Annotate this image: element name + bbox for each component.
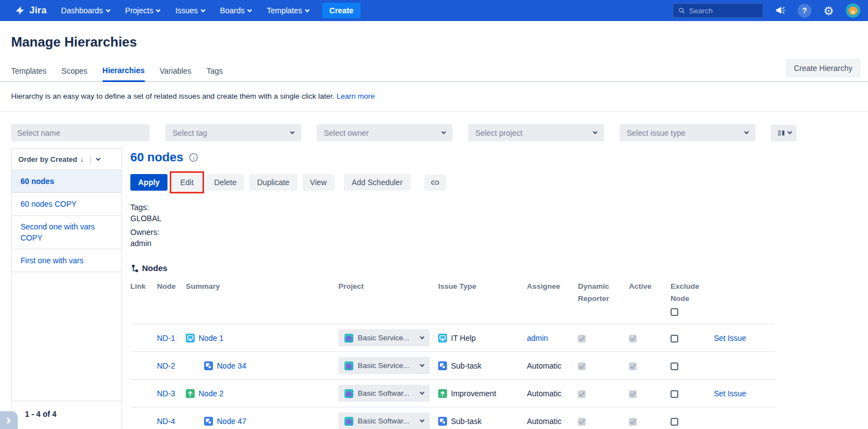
search-icon: [678, 7, 685, 14]
nav-menu-boards[interactable]: Boards: [220, 6, 251, 15]
tab-variables[interactable]: Variables: [160, 67, 191, 81]
tags-label: Tags:: [130, 202, 857, 213]
node-key-link[interactable]: ND-2: [157, 361, 175, 370]
chevron-down-icon: [420, 390, 424, 395]
cell-dynamic-reporter: [578, 324, 629, 352]
cell-project: Basic Softwar...: [338, 407, 438, 429]
tab-scopes[interactable]: Scopes: [62, 67, 88, 81]
project-dropdown[interactable]: Basic Service...: [338, 329, 430, 346]
chevron-down-icon: [305, 7, 309, 12]
project-name: Basic Service...: [358, 361, 416, 370]
sidebar-item[interactable]: First one with vars: [12, 249, 121, 272]
exclude-node-checkbox[interactable]: [671, 390, 678, 398]
search-input[interactable]: [689, 7, 758, 15]
set-issue-link[interactable]: Set Issue: [714, 389, 746, 398]
cell-project: Basic Softwar...: [338, 380, 438, 407]
copy-link-button[interactable]: [424, 175, 446, 191]
chevron-down-icon[interactable]: [96, 156, 100, 160]
select-owner-dropdown[interactable]: Select owner: [317, 124, 453, 141]
assignee-text: Automatic: [527, 361, 561, 370]
help-icon[interactable]: ?: [798, 4, 811, 18]
col-header-label: Link: [130, 280, 153, 293]
node-key-link[interactable]: ND-4: [157, 417, 175, 426]
tab-tags[interactable]: Tags: [206, 67, 223, 81]
node-summary-link[interactable]: Node 2: [199, 389, 224, 398]
exclude-node-checkbox[interactable]: [671, 418, 678, 426]
edit-button[interactable]: Edit: [172, 174, 201, 191]
hierarchy-list-panel: Order by Created ↓ 60 nodes60 nodes COPY…: [11, 148, 122, 401]
node-summary-link[interactable]: Node 34: [217, 361, 246, 370]
nav-menu-templates[interactable]: Templates: [267, 6, 309, 15]
order-by-label: Order by Created: [18, 155, 77, 164]
dropdown-placeholder: Select tag: [172, 129, 207, 137]
owners-label: Owners:: [130, 227, 857, 238]
improvement-icon: [438, 389, 447, 398]
hierarchy-meta: Tags: GLOBAL Owners: admin: [130, 202, 857, 249]
select-project-dropdown[interactable]: Select project: [468, 124, 604, 141]
nav-menu-label: Projects: [125, 6, 154, 15]
nav-menu-dashboards[interactable]: Dashboards: [61, 6, 110, 15]
megaphone-icon[interactable]: [774, 4, 786, 17]
cell-link: [130, 407, 157, 429]
exclude-node-checkbox[interactable]: [671, 335, 678, 343]
pagination-text: 1 - 4 of 4: [25, 410, 57, 418]
tags-value: GLOBAL: [130, 213, 857, 224]
add-scheduler-button[interactable]: Add Scheduler: [344, 174, 410, 191]
assignee-link[interactable]: admin: [527, 334, 548, 343]
col-header-dynamic_reporter: Dynamic Reporter: [578, 278, 629, 324]
cell-active: [629, 324, 671, 352]
col-header-link: Link: [130, 278, 157, 324]
select-issue-type-dropdown[interactable]: Select issue type: [620, 124, 755, 141]
global-search[interactable]: [673, 3, 763, 18]
select-name-input[interactable]: [11, 124, 150, 141]
view-button[interactable]: View: [302, 174, 334, 191]
page-title: Manage Hierarchies: [11, 34, 868, 50]
pagination: 1 - 4 of 4: [11, 401, 122, 429]
nav-menu-projects[interactable]: Projects: [125, 6, 160, 15]
chevron-down-icon: [420, 335, 424, 339]
node-summary-link[interactable]: Node 47: [217, 417, 246, 426]
tab-templates[interactable]: Templates: [11, 67, 47, 81]
issue-type-label: Improvement: [451, 389, 496, 398]
it-help-icon: [186, 334, 195, 343]
node-key-link[interactable]: ND-3: [157, 389, 175, 398]
tab-hierarchies[interactable]: Hierarchies: [103, 66, 145, 82]
set-issue-link[interactable]: Set Issue: [714, 334, 746, 343]
cell-summary: Node 34: [186, 352, 338, 380]
project-dropdown[interactable]: Basic Service...: [338, 357, 430, 374]
active-checkbox: [629, 418, 637, 426]
sidebar-item[interactable]: Second one with vars COPY: [12, 216, 121, 249]
expand-panel-handle[interactable]: [0, 411, 18, 429]
description-row: Hierarchy is an easy way to define a set…: [0, 82, 868, 112]
node-summary-link[interactable]: Node 1: [199, 334, 224, 343]
create-button[interactable]: Create: [322, 3, 361, 18]
table-header-row: LinkNodeSummaryProjectIssue TypeAssignee…: [130, 278, 775, 324]
view-toggle-button[interactable]: [771, 125, 796, 141]
apply-button[interactable]: Apply: [130, 174, 167, 191]
project-dropdown[interactable]: Basic Softwar...: [338, 412, 430, 429]
nav-menu-issues[interactable]: Issues: [175, 6, 204, 15]
project-dropdown[interactable]: Basic Softwar...: [338, 385, 430, 402]
select-tag-dropdown[interactable]: Select tag: [165, 124, 301, 141]
exclude-all-checkbox[interactable]: [671, 308, 678, 316]
delete-button[interactable]: Delete: [206, 174, 244, 191]
cell-active: [629, 352, 671, 380]
learn-more-link[interactable]: Learn more: [337, 92, 375, 100]
cell-exclude: [671, 324, 714, 352]
exclude-node-checkbox[interactable]: [671, 362, 678, 370]
sidebar-item[interactable]: 60 nodes COPY: [12, 193, 121, 216]
project-avatar-icon: [344, 361, 353, 370]
duplicate-button[interactable]: Duplicate: [249, 174, 297, 191]
info-icon[interactable]: i: [189, 153, 198, 162]
node-key-link[interactable]: ND-1: [157, 334, 175, 343]
jira-logo[interactable]: Jira: [14, 5, 47, 16]
chevron-down-icon: [200, 7, 205, 12]
sidebar-item[interactable]: 60 nodes: [12, 170, 121, 193]
create-hierarchy-button[interactable]: Create Hierarchy: [786, 59, 860, 77]
order-by-control[interactable]: Order by Created ↓: [12, 149, 121, 170]
tree-icon: [130, 264, 139, 273]
nav-menu-label: Issues: [175, 6, 197, 15]
user-avatar[interactable]: [846, 3, 860, 18]
gear-icon[interactable]: ⚙: [823, 4, 835, 17]
table-row: ND-4Node 47Basic Softwar...Sub-taskAutom…: [130, 407, 775, 429]
